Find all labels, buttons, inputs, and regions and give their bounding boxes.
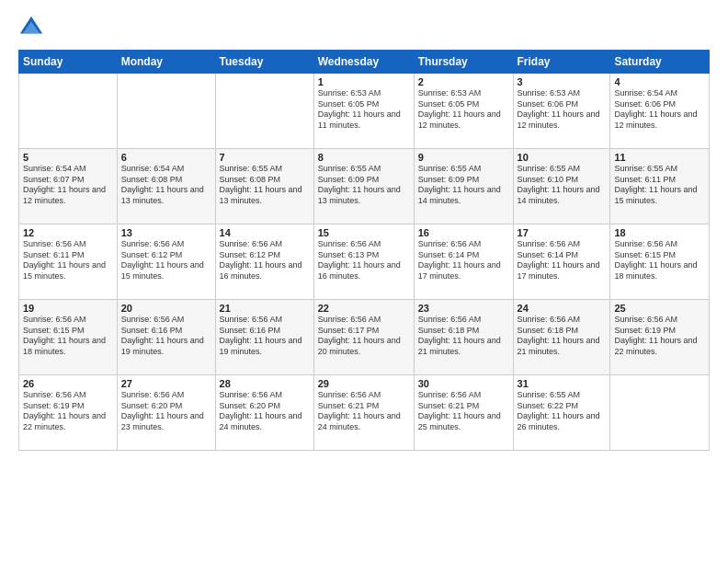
day-number: 24: [518, 303, 607, 314]
weekday-header-sunday: Sunday: [19, 51, 118, 74]
day-cell: 29Sunrise: 6:56 AM Sunset: 6:21 PM Dayli…: [313, 375, 414, 451]
logo-icon: [18, 15, 44, 40]
day-cell: 2Sunrise: 6:53 AM Sunset: 6:05 PM Daylig…: [414, 74, 513, 149]
day-cell: 22Sunrise: 6:56 AM Sunset: 6:17 PM Dayli…: [313, 300, 414, 375]
day-cell: 20Sunrise: 6:56 AM Sunset: 6:16 PM Dayli…: [117, 300, 215, 375]
day-info: Sunrise: 6:56 AM Sunset: 6:12 PM Dayligh…: [220, 239, 310, 282]
day-cell: 16Sunrise: 6:56 AM Sunset: 6:14 PM Dayli…: [414, 224, 513, 300]
day-number: 9: [418, 152, 509, 163]
day-number: 31: [518, 378, 607, 389]
day-info: Sunrise: 6:55 AM Sunset: 6:08 PM Dayligh…: [220, 164, 310, 207]
day-number: 26: [23, 378, 113, 389]
day-cell: 26Sunrise: 6:56 AM Sunset: 6:19 PM Dayli…: [19, 375, 118, 451]
day-number: 7: [220, 152, 310, 163]
day-info: Sunrise: 6:53 AM Sunset: 6:05 PM Dayligh…: [418, 88, 509, 132]
day-number: 22: [318, 303, 410, 314]
day-number: 21: [220, 303, 310, 314]
header: [18, 15, 710, 40]
day-info: Sunrise: 6:56 AM Sunset: 6:14 PM Dayligh…: [518, 239, 607, 282]
day-cell: 7Sunrise: 6:55 AM Sunset: 6:08 PM Daylig…: [215, 149, 313, 224]
weekday-header-wednesday: Wednesday: [313, 51, 414, 74]
day-info: Sunrise: 6:56 AM Sunset: 6:21 PM Dayligh…: [318, 390, 410, 433]
page: SundayMondayTuesdayWednesdayThursdayFrid…: [0, 0, 728, 563]
day-number: 2: [418, 76, 509, 87]
day-info: Sunrise: 6:55 AM Sunset: 6:09 PM Dayligh…: [318, 164, 410, 207]
day-info: Sunrise: 6:56 AM Sunset: 6:20 PM Dayligh…: [220, 390, 310, 433]
day-cell: 27Sunrise: 6:56 AM Sunset: 6:20 PM Dayli…: [117, 375, 215, 451]
day-cell: 11Sunrise: 6:55 AM Sunset: 6:11 PM Dayli…: [610, 149, 710, 224]
day-info: Sunrise: 6:56 AM Sunset: 6:18 PM Dayligh…: [418, 315, 509, 358]
weekday-header-monday: Monday: [117, 51, 215, 74]
day-info: Sunrise: 6:55 AM Sunset: 6:22 PM Dayligh…: [518, 390, 607, 433]
day-info: Sunrise: 6:56 AM Sunset: 6:16 PM Dayligh…: [220, 315, 310, 358]
day-number: 30: [418, 378, 509, 389]
day-cell: 8Sunrise: 6:55 AM Sunset: 6:09 PM Daylig…: [313, 149, 414, 224]
day-info: Sunrise: 6:56 AM Sunset: 6:19 PM Dayligh…: [614, 315, 705, 358]
day-number: 5: [23, 152, 113, 163]
day-number: 4: [614, 76, 705, 87]
day-cell: 4Sunrise: 6:54 AM Sunset: 6:06 PM Daylig…: [610, 74, 710, 149]
day-number: 6: [121, 152, 211, 163]
week-row-2: 5Sunrise: 6:54 AM Sunset: 6:07 PM Daylig…: [19, 149, 710, 224]
day-info: Sunrise: 6:54 AM Sunset: 6:08 PM Dayligh…: [121, 164, 211, 207]
weekday-header-saturday: Saturday: [610, 51, 710, 74]
day-cell: 25Sunrise: 6:56 AM Sunset: 6:19 PM Dayli…: [610, 300, 710, 375]
weekday-header-thursday: Thursday: [414, 51, 513, 74]
day-number: 11: [614, 152, 705, 163]
day-number: 20: [121, 303, 211, 314]
day-cell: [610, 375, 710, 451]
day-number: 18: [614, 227, 705, 238]
day-number: 13: [121, 227, 211, 238]
day-cell: 6Sunrise: 6:54 AM Sunset: 6:08 PM Daylig…: [117, 149, 215, 224]
day-cell: 9Sunrise: 6:55 AM Sunset: 6:09 PM Daylig…: [414, 149, 513, 224]
day-cell: 5Sunrise: 6:54 AM Sunset: 6:07 PM Daylig…: [19, 149, 118, 224]
day-number: 23: [418, 303, 509, 314]
day-cell: [117, 74, 215, 149]
logo: [18, 15, 48, 40]
day-cell: 19Sunrise: 6:56 AM Sunset: 6:15 PM Dayli…: [19, 300, 118, 375]
day-cell: 24Sunrise: 6:56 AM Sunset: 6:18 PM Dayli…: [513, 300, 610, 375]
day-number: 14: [220, 227, 310, 238]
day-number: 25: [614, 303, 705, 314]
day-number: 19: [23, 303, 113, 314]
day-cell: 13Sunrise: 6:56 AM Sunset: 6:12 PM Dayli…: [117, 224, 215, 300]
day-number: 16: [418, 227, 509, 238]
day-cell: 17Sunrise: 6:56 AM Sunset: 6:14 PM Dayli…: [513, 224, 610, 300]
day-cell: 3Sunrise: 6:53 AM Sunset: 6:06 PM Daylig…: [513, 74, 610, 149]
day-cell: 23Sunrise: 6:56 AM Sunset: 6:18 PM Dayli…: [414, 300, 513, 375]
week-row-4: 19Sunrise: 6:56 AM Sunset: 6:15 PM Dayli…: [19, 300, 710, 375]
day-number: 17: [518, 227, 607, 238]
day-info: Sunrise: 6:53 AM Sunset: 6:06 PM Dayligh…: [518, 88, 607, 132]
day-number: 3: [518, 76, 607, 87]
day-info: Sunrise: 6:55 AM Sunset: 6:09 PM Dayligh…: [418, 164, 509, 207]
day-cell: 30Sunrise: 6:56 AM Sunset: 6:21 PM Dayli…: [414, 375, 513, 451]
day-number: 10: [518, 152, 607, 163]
week-row-1: 1Sunrise: 6:53 AM Sunset: 6:05 PM Daylig…: [19, 74, 710, 149]
day-info: Sunrise: 6:56 AM Sunset: 6:15 PM Dayligh…: [614, 239, 705, 282]
week-row-5: 26Sunrise: 6:56 AM Sunset: 6:19 PM Dayli…: [19, 375, 710, 451]
day-cell: 28Sunrise: 6:56 AM Sunset: 6:20 PM Dayli…: [215, 375, 313, 451]
day-number: 27: [121, 378, 211, 389]
day-cell: 12Sunrise: 6:56 AM Sunset: 6:11 PM Dayli…: [19, 224, 118, 300]
day-info: Sunrise: 6:56 AM Sunset: 6:11 PM Dayligh…: [23, 239, 113, 282]
day-info: Sunrise: 6:56 AM Sunset: 6:19 PM Dayligh…: [23, 390, 113, 433]
day-info: Sunrise: 6:56 AM Sunset: 6:21 PM Dayligh…: [418, 390, 509, 433]
day-cell: 10Sunrise: 6:55 AM Sunset: 6:10 PM Dayli…: [513, 149, 610, 224]
day-cell: 31Sunrise: 6:55 AM Sunset: 6:22 PM Dayli…: [513, 375, 610, 451]
day-info: Sunrise: 6:53 AM Sunset: 6:05 PM Dayligh…: [318, 88, 410, 132]
day-cell: 14Sunrise: 6:56 AM Sunset: 6:12 PM Dayli…: [215, 224, 313, 300]
day-cell: 15Sunrise: 6:56 AM Sunset: 6:13 PM Dayli…: [313, 224, 414, 300]
day-info: Sunrise: 6:55 AM Sunset: 6:10 PM Dayligh…: [518, 164, 607, 207]
day-info: Sunrise: 6:56 AM Sunset: 6:18 PM Dayligh…: [518, 315, 607, 358]
weekday-header-row: SundayMondayTuesdayWednesdayThursdayFrid…: [19, 51, 710, 74]
day-info: Sunrise: 6:56 AM Sunset: 6:16 PM Dayligh…: [121, 315, 211, 358]
day-number: 8: [318, 152, 410, 163]
weekday-header-friday: Friday: [513, 51, 610, 74]
day-info: Sunrise: 6:54 AM Sunset: 6:07 PM Dayligh…: [23, 164, 113, 207]
day-info: Sunrise: 6:56 AM Sunset: 6:20 PM Dayligh…: [121, 390, 211, 433]
day-cell: 21Sunrise: 6:56 AM Sunset: 6:16 PM Dayli…: [215, 300, 313, 375]
day-info: Sunrise: 6:56 AM Sunset: 6:12 PM Dayligh…: [121, 239, 211, 282]
day-number: 28: [220, 378, 310, 389]
day-cell: [215, 74, 313, 149]
day-number: 12: [23, 227, 113, 238]
